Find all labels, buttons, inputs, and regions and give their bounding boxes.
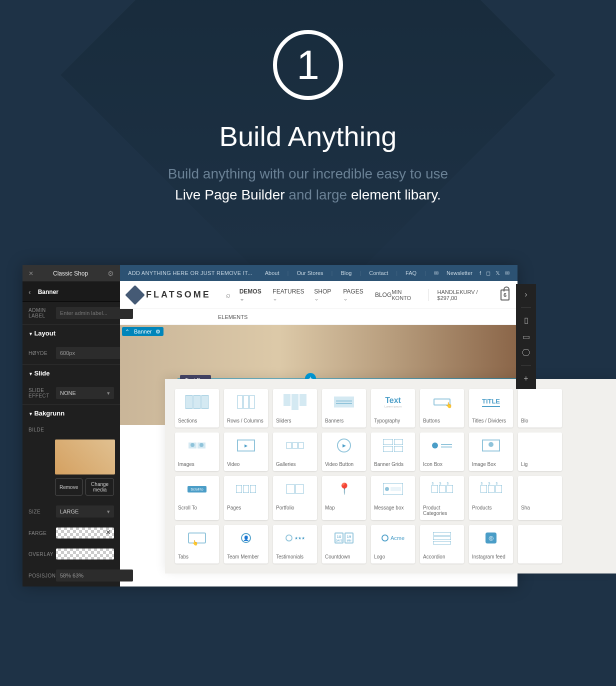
background-image-preview[interactable] [55,440,115,474]
element-image-box[interactable]: Image Box [469,432,513,471]
element-more[interactable] [518,525,562,564]
hero-section: 1 Build Anything Build anything with our… [0,0,616,206]
element-icon-box[interactable]: Icon Box [420,432,464,471]
element-video-button[interactable]: Video Button [322,432,366,471]
element-products[interactable]: Products [469,476,513,520]
element-titles-dividers[interactable]: TITLETitles / Dividers [469,389,513,428]
nav-item[interactable]: BLOG [375,292,392,298]
topbar-link[interactable]: FAQ [404,270,418,276]
plus-icon[interactable]: + [524,374,528,383]
change-media-button[interactable]: Change media [86,478,114,496]
close-icon[interactable]: ✕ [28,270,34,277]
desktop-icon[interactable]: 🖵 [522,348,530,358]
nav-item[interactable]: DEMOS [240,288,264,302]
topbar-message: ADD ANYTHING HERE OR JUST REMOVE IT... [128,270,263,276]
search-icon[interactable]: ⌕ [226,290,230,299]
step-number-circle: 1 [273,30,343,100]
hero-title: Build Anything [0,120,616,152]
element-library-panel: Sections Rows / Columns Sliders Banners … [165,379,616,574]
height-label: HØYDE [28,350,56,356]
element-video[interactable]: Video [224,432,268,471]
slide-section-header[interactable]: Slide [22,364,120,382]
element-share[interactable]: Sha [518,476,562,520]
overlay-swatch[interactable] [56,548,114,560]
remove-button[interactable]: Remove [55,478,82,496]
slide-effect-select[interactable]: None [56,387,114,399]
element-images[interactable]: Images [175,432,219,471]
tablet-icon[interactable]: ▭ [522,332,530,342]
sub-nav: ELEMENTS [120,309,518,325]
mail-icon[interactable]: ✉ [432,270,440,276]
element-banner-grids[interactable]: Banner Grids [371,432,415,471]
mail-icon[interactable]: ✉ [505,270,510,276]
element-testimonials[interactable]: ★★★Testimonials [273,525,317,564]
slide-effect-label: SLIDE EFFECT [28,388,56,398]
element-rows-columns[interactable]: Rows / Columns [224,389,268,428]
facebook-icon[interactable]: f [480,270,481,276]
element-sliders[interactable]: Sliders [273,389,317,428]
topbar-link[interactable]: Our Stores [294,270,325,276]
size-label: SIZE [28,509,56,514]
site-topbar: ADD ANYTHING HERE OR JUST REMOVE IT... A… [120,265,518,281]
sidebar-title: Classic Shop [53,270,88,277]
element-tabs[interactable]: Tabs [175,525,219,564]
topbar-link[interactable]: Blog [338,270,354,276]
admin-label: ADMIN LABEL [28,308,56,318]
site-header: FLATSOME ⌕ DEMOS FEATURES SHOP PAGES BLO… [120,281,518,309]
element-team-member[interactable]: Team Member [224,525,268,564]
element-logo[interactable]: AcmeLogo [371,525,415,564]
farge-label: FARGE [28,530,56,536]
subnav-item[interactable]: ELEMENTS [218,314,248,320]
bilde-label: BILDE [28,427,56,432]
chevron-up-icon[interactable]: ⌃ [125,328,130,335]
twitter-icon[interactable]: 𝕏 [496,270,500,276]
background-section-header[interactable]: Bakgrunn [22,404,120,422]
element-map[interactable]: 📍Map [322,476,366,520]
element-lightbox[interactable]: Lig [518,432,562,471]
element-sections[interactable]: Sections [175,389,219,428]
element-buttons[interactable]: Buttons [420,389,464,428]
element-countdown[interactable]: 10DAYS19MINCountdown [322,525,366,564]
layout-section-header[interactable]: Layout [22,324,120,342]
element-galleries[interactable]: Galleries [273,432,317,471]
element-typography[interactable]: TextLorem ipsumTypography [371,389,415,428]
topbar-link[interactable]: Contact [367,270,390,276]
element-blockquote[interactable]: Blo [518,389,562,428]
divider [428,289,428,301]
logo-icon [125,285,145,305]
posisjon-label: POSISJON [28,573,56,578]
topbar-link[interactable]: About [263,270,282,276]
cart-link[interactable]: HANDLEKURV / $297,00 [438,289,492,301]
element-scroll-to[interactable]: Scroll toScroll To [175,476,219,520]
gear-icon[interactable]: ⚙ [156,328,160,335]
back-icon[interactable]: ‹ [28,288,31,296]
overlay-label: OVERLAY [28,552,56,557]
nav-item[interactable]: FEATURES [272,288,305,302]
element-portfolio[interactable]: Portfolio [273,476,317,520]
element-instagram-feed[interactable]: Instagram feed [469,525,513,564]
element-message-box[interactable]: Message box [371,476,415,520]
newsletter-link[interactable]: Newsletter [444,270,474,276]
instagram-icon[interactable]: ◻ [486,270,490,276]
nav-item[interactable]: PAGES [343,288,366,302]
gear-icon[interactable]: ⚙ [108,270,114,278]
cart-icon[interactable]: 6 [500,290,510,300]
editor-sidebar: ✕ Classic Shop ⚙ ‹ Banner ADMIN LABEL La… [22,265,120,586]
banner-element-pill[interactable]: ⌃ Banner ⚙ [122,327,164,336]
chevron-right-icon[interactable]: › [524,290,527,299]
color-swatch[interactable] [56,528,114,538]
element-accordion[interactable]: Accordion [420,525,464,564]
device-preview-bar: › ▯ ▭ 🖵 + [516,284,536,389]
logo-text[interactable]: FLATSOME [146,290,211,300]
mobile-icon[interactable]: ▯ [524,316,528,325]
element-pages[interactable]: Pages [224,476,268,520]
account-link[interactable]: MIN KONTO [392,289,418,301]
element-product-categories[interactable]: Product Categories [420,476,464,520]
size-select[interactable]: Large [56,506,114,518]
hero-subtitle: Build anything with our incredible easy … [0,164,616,206]
breadcrumb-title: Banner [38,288,58,296]
nav-item[interactable]: SHOP [314,288,334,302]
element-banners[interactable]: Banners [322,389,366,428]
